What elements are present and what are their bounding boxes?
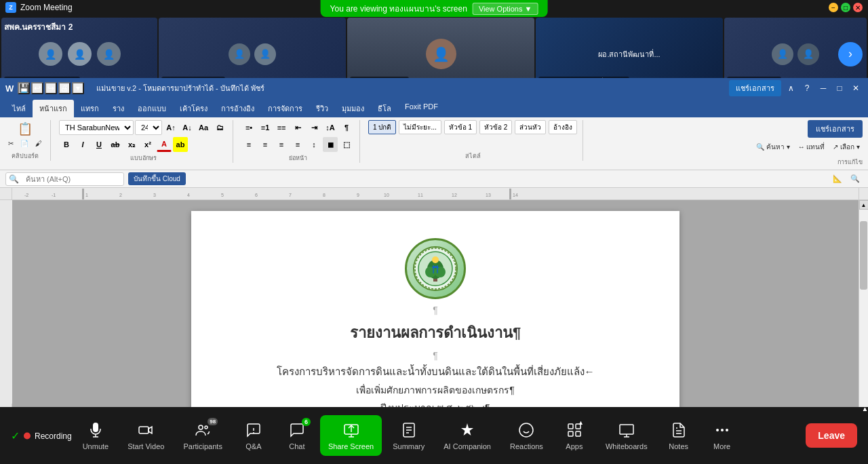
multilevel-list-button[interactable]: ≡≡: [274, 120, 289, 135]
save-to-cloud-button[interactable]: บันทึกขึ้น Cloud: [128, 172, 186, 185]
font-shrink-button[interactable]: A↓: [180, 120, 195, 135]
participants-button[interactable]: 98 ▲ Participants: [175, 415, 230, 456]
select-button[interactable]: ↗ เลือก ▾: [830, 140, 863, 153]
clipboard-group: 📋 ✂ 📄 🖌 คลิปบอร์ด: [5, 120, 51, 161]
view-mode-button[interactable]: 📐: [830, 172, 845, 187]
justify-button[interactable]: ≡: [290, 137, 305, 152]
font-family-select[interactable]: TH SarabunNew: [59, 120, 134, 135]
chat-button[interactable]: 6 ▲ Chat: [277, 415, 317, 456]
tab-foxit[interactable]: Foxit PDF: [398, 100, 445, 117]
font-row1: TH SarabunNew 24 A↑ A↓ Aa 🗂: [59, 120, 227, 135]
font-grow-button[interactable]: A↑: [163, 120, 178, 135]
font-color-button[interactable]: A: [157, 137, 172, 152]
paste-button[interactable]: 📋: [5, 120, 45, 138]
style-normal[interactable]: 1 ปกติ: [368, 120, 396, 134]
replace-button[interactable]: ↔ แทนที่: [795, 140, 828, 153]
print-qa-button[interactable]: 🖨: [58, 82, 71, 94]
align-right-button[interactable]: ≡: [274, 137, 289, 152]
tab-file[interactable]: ไทล์: [5, 100, 33, 117]
word-help-button[interactable]: ?: [800, 81, 814, 95]
word-icon: W: [5, 83, 14, 94]
bullets-button[interactable]: ≡•: [241, 120, 256, 135]
show-marks-button[interactable]: ¶: [339, 120, 354, 135]
horizontal-ruler: -2-1 12 34 56 78 910 1112 1314: [12, 188, 859, 199]
chat-arrow: ▲: [862, 406, 868, 412]
subscript-button[interactable]: x₂: [124, 137, 139, 152]
line-spacing-button[interactable]: ↕: [307, 137, 321, 152]
view-options-button[interactable]: View Options ▼: [473, 3, 538, 15]
align-left-button[interactable]: ≡: [241, 137, 256, 152]
redo-qa-button[interactable]: ↪: [45, 82, 57, 94]
tab-home[interactable]: หน้าแรก: [33, 100, 74, 117]
ribbon-search-input[interactable]: [22, 173, 123, 185]
sort-button[interactable]: ↕A: [323, 120, 338, 135]
strikethrough-button[interactable]: ab: [108, 137, 123, 152]
shading-button[interactable]: ◼: [323, 137, 338, 152]
scroll-up-button[interactable]: ▲: [859, 200, 869, 210]
numbering-button[interactable]: ≡1: [258, 120, 273, 135]
minimize-button[interactable]: −: [829, 3, 838, 12]
tab-view[interactable]: มุมมอง: [335, 100, 371, 117]
share-screen-button[interactable]: Share Screen: [320, 415, 382, 456]
style-title[interactable]: ส่วนหัว: [515, 120, 546, 134]
unmute-button[interactable]: ▲ Unmute: [75, 415, 117, 456]
align-center-button[interactable]: ≡: [258, 137, 273, 152]
borders-button[interactable]: ⬚: [339, 137, 354, 152]
qna-button[interactable]: Q&A: [233, 415, 274, 456]
scrollbar-thumb[interactable]: [860, 221, 867, 290]
qna-icon: [244, 421, 263, 440]
increase-indent-button[interactable]: ⇥: [307, 120, 321, 135]
word-ribbon-toggle[interactable]: ∧: [784, 81, 797, 95]
clear-format-button[interactable]: Aa: [196, 120, 211, 135]
style-heading1[interactable]: หัวข้อ 1: [444, 120, 477, 134]
tab-draw[interactable]: ราง: [106, 100, 131, 117]
format-painter-button[interactable]: 🖌: [33, 138, 45, 149]
ai-companion-button[interactable]: AI Companion: [435, 415, 499, 456]
close-window-button[interactable]: ✕: [853, 3, 863, 12]
word-close-button[interactable]: ✕: [849, 81, 863, 95]
copy-button[interactable]: 📄: [18, 138, 31, 149]
find-button[interactable]: 🔍 ค้นหา ▾: [753, 140, 793, 153]
highlight-button[interactable]: ab: [173, 137, 188, 152]
word-restore-button[interactable]: □: [833, 81, 846, 95]
title-bar-left: Z Zoom Meeting: [5, 2, 73, 13]
maximize-button[interactable]: □: [841, 3, 850, 12]
word-minimize-button[interactable]: ─: [816, 81, 830, 95]
reactions-button[interactable]: Reactions: [502, 415, 551, 456]
apps-button[interactable]: ▲ Apps: [554, 415, 595, 456]
tab-review[interactable]: รีวิว: [309, 100, 335, 117]
leave-button[interactable]: Leave: [806, 423, 857, 448]
tab-theelo[interactable]: ธีโล: [371, 100, 398, 117]
tab-layout[interactable]: เค้าโครง: [173, 100, 214, 117]
tab-mailings[interactable]: การจัดการ: [261, 100, 309, 117]
more-button[interactable]: More: [702, 415, 743, 456]
style-subtitle[interactable]: อ้างอิง: [549, 120, 577, 134]
italic-button[interactable]: I: [75, 137, 90, 152]
style-heading2[interactable]: หัวข้อ 2: [479, 120, 512, 134]
underline-button[interactable]: U: [92, 137, 106, 152]
font-size-select[interactable]: 24: [135, 120, 162, 135]
undo-qa-button[interactable]: ↩: [31, 82, 43, 94]
zoom-out-button[interactable]: 🔍: [848, 172, 863, 187]
next-tile-arrow[interactable]: ›: [838, 42, 863, 66]
share-word-button[interactable]: แชร์เอกสาร: [729, 80, 781, 96]
tab-references[interactable]: การอ้างอิง: [214, 100, 261, 117]
share-document-right-button[interactable]: แชร์เอกสาร: [808, 120, 863, 138]
svg-rect-28: [139, 427, 149, 433]
cut-button[interactable]: ✂: [5, 138, 16, 149]
save-qa-button[interactable]: 💾: [18, 82, 30, 94]
change-case-button[interactable]: 🗂: [212, 120, 227, 135]
whiteboards-button[interactable]: Whiteboards: [597, 415, 656, 456]
decrease-indent-button[interactable]: ⇤: [290, 120, 305, 135]
more-qa-button[interactable]: ▾: [72, 82, 84, 94]
bold-button[interactable]: B: [59, 137, 74, 152]
style-no-spacing[interactable]: ไม่มีระยะ...: [399, 120, 441, 134]
start-video-button[interactable]: ▲ Start Video: [119, 415, 172, 456]
svg-rect-18: [509, 189, 511, 199]
summary-button[interactable]: Summary: [384, 415, 433, 456]
tab-insert[interactable]: แทรก: [74, 100, 106, 117]
share-banner-text: You are viewing ทองแผนบาน's screen: [330, 2, 467, 15]
tab-design[interactable]: ออกแบบ: [131, 100, 173, 117]
notes-button[interactable]: Notes: [658, 415, 699, 456]
superscript-button[interactable]: x²: [140, 137, 155, 152]
